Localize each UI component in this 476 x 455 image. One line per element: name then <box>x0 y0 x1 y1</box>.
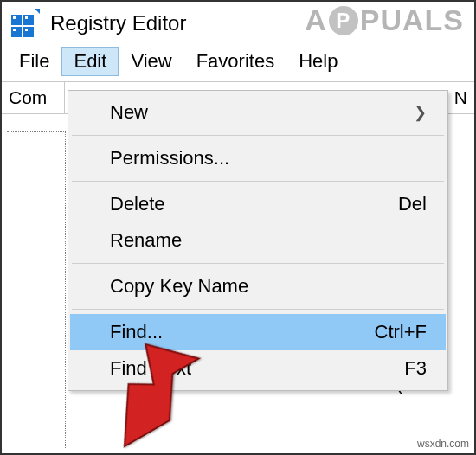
menu-item-label: Copy Key Name <box>110 275 248 298</box>
menu-item-new[interactable]: New ❯ <box>70 94 446 131</box>
menu-item-label: Permissions... <box>110 147 229 170</box>
chevron-right-icon: ❯ <box>414 103 427 122</box>
menu-item-permissions[interactable]: Permissions... <box>70 140 446 176</box>
menu-item-label: Find Next <box>110 357 191 380</box>
menu-item-find[interactable]: Find... Ctrl+F <box>70 314 446 350</box>
svg-marker-8 <box>35 9 40 14</box>
registry-editor-icon <box>10 9 40 38</box>
menu-item-shortcut: Del <box>398 193 427 215</box>
menu-separator <box>72 135 444 136</box>
edit-menu-dropdown: New ❯ Permissions... Delete Del Rename C… <box>68 90 448 391</box>
menu-file[interactable]: File <box>7 47 61 76</box>
menu-edit[interactable]: Edit <box>61 47 119 76</box>
tree-pane[interactable] <box>7 131 66 448</box>
menu-separator <box>72 263 444 264</box>
menu-item-label: Delete <box>110 193 165 215</box>
menu-item-label: New <box>110 101 148 124</box>
svg-rect-5 <box>25 16 28 19</box>
menu-item-find-next[interactable]: Find Next F3 <box>70 350 446 387</box>
menu-separator <box>72 309 444 310</box>
menu-bar: File Edit View Favorites Help <box>2 43 474 81</box>
menu-item-label: Rename <box>110 229 182 252</box>
menu-view[interactable]: View <box>119 47 183 76</box>
image-credit: wsxdn.com <box>417 438 469 450</box>
menu-favorites[interactable]: Favorites <box>184 47 286 76</box>
menu-item-shortcut: Ctrl+F <box>375 321 428 343</box>
svg-rect-0 <box>11 15 22 25</box>
menu-item-copy-key-name[interactable]: Copy Key Name <box>70 268 446 304</box>
column-header-first[interactable]: Com <box>2 82 65 113</box>
menu-item-rename[interactable]: Rename <box>70 222 446 259</box>
menu-item-delete[interactable]: Delete Del <box>70 186 446 222</box>
svg-rect-1 <box>23 15 34 25</box>
svg-rect-3 <box>23 27 34 37</box>
menu-separator <box>72 181 444 182</box>
menu-help[interactable]: Help <box>286 47 350 76</box>
menu-item-label: Find... <box>110 321 163 343</box>
menu-item-shortcut: F3 <box>404 357 427 380</box>
svg-rect-2 <box>11 27 22 37</box>
window-title: Registry Editor <box>50 11 186 35</box>
title-bar: Registry Editor <box>2 2 474 43</box>
svg-rect-6 <box>13 29 16 31</box>
svg-rect-4 <box>13 16 16 19</box>
svg-rect-7 <box>25 29 28 31</box>
